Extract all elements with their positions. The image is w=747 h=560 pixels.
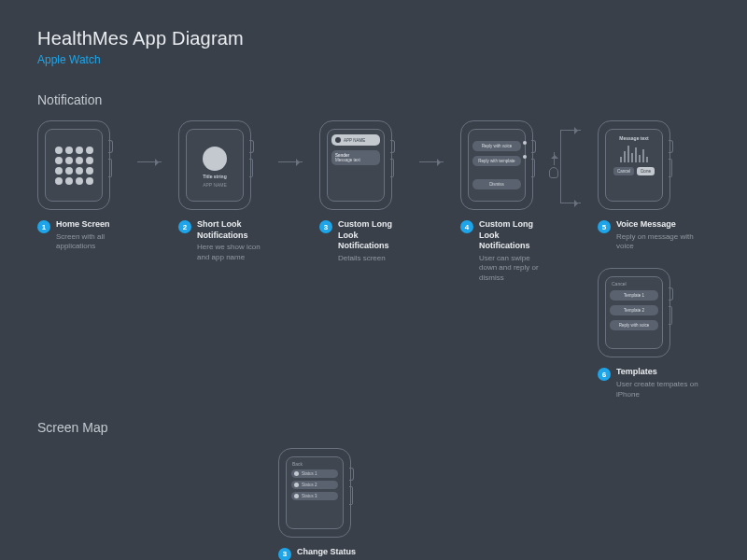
btn-dismiss: Dismiss	[472, 179, 521, 189]
watch-frame: Title string APP NAME	[178, 120, 251, 210]
watch-screen-shortlook: Title string APP NAME	[186, 129, 244, 202]
template-2: Template 2	[610, 305, 658, 315]
screenmap-top-row: Back Status 1 Status 2 Status 3 3 Change…	[278, 448, 710, 560]
watch-screen-voice: Message text Cancel Done	[605, 129, 663, 202]
notif-msg: Message text	[335, 158, 376, 162]
caption: 6 Templates User create tempates on iPho…	[598, 367, 710, 399]
status-3: Status 3	[291, 492, 338, 500]
step-short-look: Title string APP NAME 2 Short Look Notif…	[178, 120, 261, 262]
step-title: Templates	[616, 367, 710, 378]
watch-screen-longlook: APP NAME Sender Message text	[327, 129, 385, 202]
branch-connector	[560, 130, 581, 203]
step-number: 6	[598, 368, 611, 381]
step-reply-actions: Reply with voice Reply with template Dis…	[460, 120, 543, 283]
template-voice: Reply with voice	[610, 320, 658, 330]
caption: 3 Change Status User change his status o…	[278, 547, 381, 560]
watch-screen-home	[45, 129, 103, 202]
watch-frame: Reply with voice Reply with template Dis…	[460, 120, 533, 210]
btn-cancel: Cancel	[613, 167, 634, 175]
shortlook-title: Title string	[203, 174, 226, 179]
watch-frame	[37, 120, 110, 210]
waveform-icon	[620, 146, 648, 162]
app-icon	[203, 147, 227, 171]
section-notification-label: Notification	[37, 92, 710, 107]
caption: 4 Custom Long Look Notifications User ca…	[460, 219, 543, 283]
voice-header: Message text	[619, 135, 648, 141]
notif-app: APP NAME	[344, 138, 365, 143]
status-back: Back	[292, 461, 303, 467]
step-sub: Reply on message with voice	[616, 232, 710, 252]
step-number: 2	[178, 220, 191, 233]
watch-frame: Cancel Template 1 Template 2 Reply with …	[598, 268, 670, 357]
step-templates: Cancel Template 1 Template 2 Reply with …	[598, 268, 710, 399]
step-title: Custom Long Look Notifications	[479, 219, 543, 252]
arrow-icon	[278, 161, 303, 162]
arrow-icon	[419, 161, 444, 162]
shortlook-app: APP NAME	[203, 182, 227, 188]
step-sub: Details screen	[338, 254, 402, 263]
step-number: 3	[319, 220, 332, 233]
caption: 2 Short Look Notifications Here we show …	[178, 219, 261, 262]
arrow-icon	[137, 161, 162, 162]
status-1: Status 1	[291, 469, 338, 478]
caption: 3 Custom Long Look Notifications Details…	[319, 219, 402, 263]
page-subtitle: Apple Watch	[37, 53, 710, 66]
step-number: 1	[37, 220, 50, 233]
step-title: Short Look Notifications	[197, 219, 261, 241]
template-1: Template 1	[610, 290, 658, 301]
step-number: 5	[598, 220, 611, 233]
step-title: Change Status	[297, 547, 381, 558]
btn-done: Done	[637, 167, 655, 175]
step-voice: Message text Cancel Done 5	[598, 120, 710, 251]
step-sub: Screen with all applications	[56, 232, 120, 252]
caption: 1 Home Screen Screen with all applicatio…	[37, 219, 120, 251]
branch-steps: Message text Cancel Done 5	[598, 120, 710, 399]
watch-screen-status: Back Status 1 Status 2 Status 3	[286, 456, 344, 529]
notification-flow-row: 1 Home Screen Screen with all applicatio…	[37, 120, 710, 399]
step-sub: User create tempates on iPhone	[616, 380, 710, 399]
step-sub: Here we show icon and app name	[197, 243, 261, 262]
page-title: HealthMes App Diagram	[37, 28, 710, 49]
swipe-up-icon	[549, 152, 558, 178]
templates-cancel: Cancel	[612, 281, 627, 287]
step-title: Custom Long Look Notifications	[338, 219, 402, 252]
watch-frame: Back Status 1 Status 2 Status 3	[278, 448, 351, 538]
notif-body: Sender Message text	[331, 150, 380, 165]
app-grid-icon	[55, 147, 93, 185]
section-screenmap-label: Screen Map	[37, 420, 710, 435]
step-sub: User can swipe down and reply or dismiss	[479, 254, 543, 283]
watch-frame: APP NAME Sender Message text	[319, 120, 392, 210]
voice-buttons: Cancel Done	[613, 167, 655, 175]
diagram-page: HealthMes App Diagram Apple Watch Notifi…	[0, 0, 747, 560]
connector-dot	[523, 141, 526, 145]
step-title: Voice Message	[616, 219, 710, 231]
step-status: Back Status 1 Status 2 Status 3 3 Change…	[278, 448, 381, 560]
watch-frame: Message text Cancel Done	[598, 120, 670, 210]
caption: 5 Voice Message Reply on message with vo…	[598, 219, 710, 251]
connector-dot	[523, 155, 526, 159]
step-long-look: APP NAME Sender Message text 3 Custom Lo…	[319, 120, 402, 263]
btn-reply-voice: Reply with voice	[472, 141, 521, 151]
step-number: 4	[460, 220, 473, 233]
status-2: Status 2	[291, 481, 338, 489]
btn-reply-template: Reply with template	[472, 156, 521, 166]
step-title: Home Screen	[56, 219, 120, 231]
step-home: 1 Home Screen Screen with all applicatio…	[37, 120, 120, 251]
notif-header: APP NAME	[331, 134, 380, 146]
watch-screen-templates: Cancel Template 1 Template 2 Reply with …	[605, 276, 663, 349]
step-number: 3	[278, 548, 291, 560]
watch-screen-actions: Reply with voice Reply with template Dis…	[468, 129, 526, 202]
